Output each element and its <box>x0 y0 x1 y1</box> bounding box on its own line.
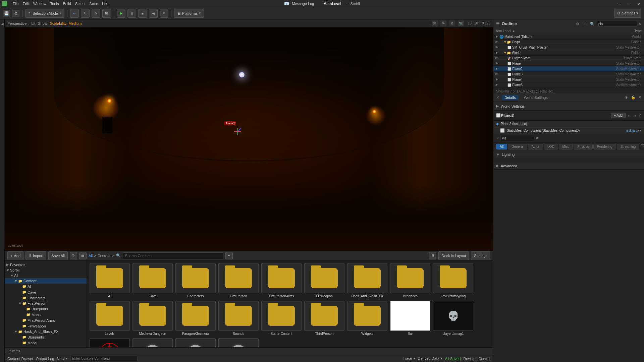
folder-paragon[interactable]: ParagonKhaimera <box>175 301 216 336</box>
stop-button[interactable]: ■ <box>138 9 147 18</box>
component-staticmesh[interactable]: ⬜ StaticMeshComponent (StaticMeshCompone… <box>493 127 644 134</box>
pause-button[interactable]: ⏸ <box>127 9 136 18</box>
eye-plane-icon[interactable]: 👁 <box>495 62 498 65</box>
breadcrumb-content[interactable]: Content <box>98 254 111 258</box>
cb-settings-button[interactable]: Settings <box>471 251 490 260</box>
tree-cave[interactable]: ▶ 📁 Cave <box>5 289 87 295</box>
folder-startercontent[interactable]: StarterContent <box>261 301 302 336</box>
message-log[interactable]: Message Log <box>292 2 314 6</box>
outliner-row-world[interactable]: 👁 ▼📁 World Folder <box>493 50 644 56</box>
vp-icon-2[interactable]: 👁 <box>440 20 446 26</box>
show-button[interactable]: Show <box>38 21 47 25</box>
asset-bar[interactable]: Bar <box>390 301 430 336</box>
skip-button[interactable]: ⏭ <box>149 9 158 18</box>
save-all-button[interactable]: Save All <box>48 251 68 260</box>
folder-interfaces[interactable]: Interfaces <box>390 263 430 298</box>
outliner-add-icon[interactable]: + <box>582 21 588 27</box>
folder-hack[interactable]: Hack_And_Slash_FX <box>347 263 387 298</box>
sorbil-item[interactable]: ▼ Sorbil <box>5 267 87 273</box>
content-search-input[interactable] <box>123 252 223 259</box>
outliner-row-smcrypt[interactable]: 👁 ⬜ SM_Crypt_Wall_Plaster StaticMeshActo… <box>493 45 644 50</box>
tree-characters[interactable]: ▶ 📁 Characters <box>5 295 87 301</box>
menu-file[interactable]: File <box>13 2 19 6</box>
eye-mainlevel-icon[interactable]: 👁 <box>495 35 498 39</box>
tab-details[interactable]: Details <box>502 95 519 100</box>
play-button[interactable]: ▶ <box>117 9 125 18</box>
platforms-button[interactable]: 🖥 Platforms ▾ <box>174 9 204 18</box>
snap-button[interactable]: ⊞ <box>102 9 111 18</box>
edit-cpp-button[interactable]: Edit in C++ <box>626 129 641 132</box>
menu-window[interactable]: Window <box>33 2 46 6</box>
selection-mode-button[interactable]: ↖ Selection Mode ▾ <box>25 9 64 18</box>
minimize-button[interactable]: ─ <box>614 0 624 7</box>
viewport[interactable]: Plane2 19.06.2024 <box>5 27 493 251</box>
details-vis-search[interactable] <box>500 135 534 141</box>
tree-fpweapon[interactable]: ▶ 📁 FPWeapon <box>5 323 87 329</box>
tree-firstpersonarms[interactable]: ▶ 📁 FirstPersonArms <box>5 317 87 323</box>
eye-plane2-icon[interactable]: 👁 <box>495 67 498 71</box>
world-settings-row[interactable]: ▶ World Settings <box>493 102 644 111</box>
folder-levelproto[interactable]: LevelPrototyping <box>433 263 473 298</box>
outliner-search-icon[interactable]: 🔍 <box>589 21 595 27</box>
details-search-close-icon[interactable]: ✕ <box>535 136 538 140</box>
filter-tab-all[interactable]: All <box>496 144 507 149</box>
menu-actor[interactable]: Actor <box>90 2 98 6</box>
search-options-icon[interactable]: ▾ <box>225 252 233 259</box>
folder-levels[interactable]: Levels <box>90 301 130 336</box>
import-button[interactable]: ⬇ Import <box>25 251 46 260</box>
details-lock-icon[interactable]: 🔒 <box>631 95 636 100</box>
cmd-input[interactable] <box>70 356 138 361</box>
outliner-search-input[interactable] <box>597 21 637 27</box>
folder-widgets[interactable]: Widgets <box>347 301 387 336</box>
eye-smcrypt-icon[interactable]: 👁 <box>495 46 498 49</box>
asset-r[interactable]: R <box>90 338 130 347</box>
cmd-dropdown[interactable]: Cmd ▾ <box>57 356 67 361</box>
scalability-button[interactable]: Scalability: Medium <box>50 21 82 25</box>
menu-help[interactable]: Help <box>102 2 110 6</box>
folder-cave[interactable]: Cave <box>132 263 173 298</box>
filter-tab-streaming[interactable]: Streaming <box>617 144 640 149</box>
outliner-row-playerstart[interactable]: 👁 🚀 Player Start PlayerStart <box>493 56 644 61</box>
maximize-button[interactable]: □ <box>624 0 634 7</box>
vp-icon-4[interactable]: 📷 <box>458 20 464 26</box>
tree-blueprints[interactable]: ▶ 📁 Blueprints <box>5 306 87 312</box>
asset-togelevel[interactable]: TogeTevel <box>218 338 259 347</box>
derived-data-button[interactable]: Derived Data ▾ <box>418 356 442 361</box>
settings-icon[interactable]: ⚙ <box>12 10 19 17</box>
details-open-icon[interactable]: ⤢ <box>638 113 641 118</box>
favorites-item[interactable]: ▶ Favorites <box>5 262 87 267</box>
menu-tools[interactable]: Tools <box>50 2 59 6</box>
details-close2-icon[interactable]: ✕ <box>638 95 641 100</box>
filter-tab-actor[interactable]: Actor <box>528 144 543 149</box>
save-icon[interactable]: 💾 <box>3 10 10 17</box>
outliner-row-crypt[interactable]: 👁 ▼📁 Crypt Folder <box>493 40 644 45</box>
eye-plane3-icon[interactable]: 👁 <box>495 72 498 76</box>
filter-tab-lod[interactable]: LOD <box>544 144 558 149</box>
add-component-button[interactable]: + Add <box>611 113 626 118</box>
perspective-button[interactable]: Perspective , <box>7 21 29 25</box>
revision-control-button[interactable]: Revision Control <box>463 357 490 361</box>
content-item[interactable]: ▼ 📁 Content <box>5 278 87 284</box>
vp-icon-3[interactable]: ⚙ <box>449 20 455 26</box>
folder-firstpersonarms[interactable]: FirstPersonArms <box>261 263 302 298</box>
eye-plane4-icon[interactable]: 👁 <box>495 78 498 81</box>
outliner-filter-icon[interactable]: ⚙ <box>575 21 581 27</box>
lit-button[interactable]: Lit <box>32 21 36 25</box>
cb-view-button[interactable]: ⊞ <box>429 252 436 259</box>
eye-world-icon[interactable]: 👁 <box>495 51 498 55</box>
folder-medieval[interactable]: MedievalDungeon <box>132 301 173 336</box>
content-drawer-button[interactable]: Content Drawer <box>7 357 33 361</box>
tree-hack[interactable]: ▼ 📁 Hack_And_Slash_FX <box>5 329 87 334</box>
vp-icon-1[interactable]: 🎮 <box>432 20 438 26</box>
dock-in-layout-button[interactable]: Dock in Layout <box>438 251 469 260</box>
outliner-row-plane3[interactable]: 👁 ⬜ Plane3 StaticMeshActor <box>493 72 644 77</box>
menu-build[interactable]: Build <box>63 2 71 6</box>
sync-icon[interactable]: ⟳ <box>70 252 77 259</box>
all-item[interactable]: ▼ All <box>5 273 87 278</box>
outliner-row-plane4[interactable]: 👁 ⬜ Plane4 StaticMeshActor <box>493 77 644 82</box>
filter-tab-physics[interactable]: Physics <box>574 144 592 149</box>
tree-maps[interactable]: ▶ 📁 Maps <box>5 312 87 317</box>
transform-translate-button[interactable]: ↔ <box>70 9 79 18</box>
folder-sounds[interactable]: Sounds <box>218 301 259 336</box>
folder-thirdperson[interactable]: ThirdPerson <box>304 301 344 336</box>
